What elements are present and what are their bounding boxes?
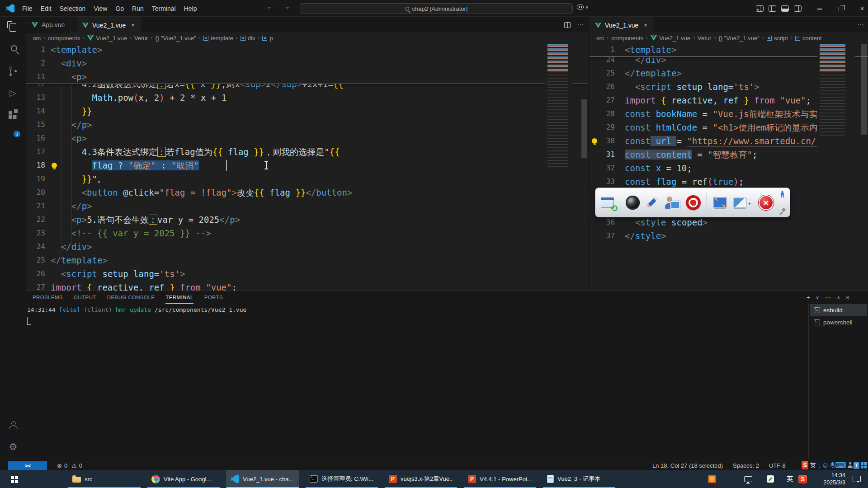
breadcrumb-item[interactable]: Vue2_1.vue [87,35,127,42]
code-line[interactable]: 26 <script setup lang='ts'> [26,267,588,281]
breadcrumb-item[interactable]: {} "Vue2_1.vue" [718,35,759,42]
taskbar-app-vscode-2[interactable]: Vue2_1.vue - cha... [226,470,299,488]
code-line[interactable]: 2 <div> [26,56,588,70]
close-icon[interactable]: × [644,22,647,28]
explorer-icon[interactable] [0,17,26,38]
restore-button[interactable] [834,5,848,12]
tray-capture-icon[interactable] [708,470,716,488]
voice-input-icon[interactable] [830,462,834,469]
terminal-item-powershell[interactable]: powershell [810,316,867,328]
code-line[interactable]: 15 </p> [26,118,588,131]
terminal-dropdown-icon[interactable]: ∨ [816,295,819,300]
breadcrumb-item[interactable]: {} "Vue2_1.vue" [155,35,196,42]
start-button[interactable] [0,470,28,488]
tray-display-icon[interactable] [744,470,752,488]
replay-window-icon[interactable] [601,197,614,208]
menu-help[interactable]: Help [180,3,201,14]
breadcrumb-item[interactable]: template [203,35,233,42]
problems-status[interactable]: ⊗0 ⚠0 [57,461,82,470]
scrollbar-thumb[interactable] [861,44,867,135]
taskbar-app-folder-0[interactable]: src [68,470,141,488]
breadcrumb-item[interactable]: p [262,35,273,42]
breadcrumb-item[interactable]: div [241,35,255,42]
close-button[interactable]: × [855,5,868,12]
back-icon[interactable]: ← [267,2,274,11]
minimap[interactable] [817,43,855,242]
minimap[interactable] [545,43,573,242]
tab-App.vue[interactable]: App.vue [26,17,71,33]
presenter-icon[interactable] [665,196,680,209]
close-icon[interactable]: × [131,22,135,28]
settings-gear-icon[interactable]: ⚙ [0,436,26,457]
menu-file[interactable]: File [18,3,37,14]
breadcrumb-item[interactable]: Vue2_1.vue [651,35,690,42]
code-line[interactable]: 18 flag ? "确定" : "取消" [26,159,588,172]
code-line[interactable]: 24 </div> [26,240,588,253]
code-line[interactable]: 25</template> [26,253,588,267]
more-actions-icon[interactable]: ⋯ [857,21,864,29]
code-line[interactable]: 20 <button @click="flag = !flag">改变{{ fl… [26,186,588,199]
terminal-item-esbuild[interactable]: esbuild [810,304,867,316]
scrollbar-thumb[interactable] [581,99,587,158]
close-panel-icon[interactable]: × [846,294,849,301]
more-actions-icon[interactable]: ⋯ [577,21,584,29]
copilot-button[interactable]: ∨ [577,5,589,9]
emoji-icon[interactable]: ☺ [821,462,829,469]
breadcrumb-item[interactable]: script [767,35,788,42]
cursor-position-status[interactable]: Ln 18, Col 27 (18 selected) [652,462,723,469]
virtual-keyboard-icon[interactable]: ⌨ [835,461,846,469]
customize-layout-icon[interactable] [756,5,764,12]
toggle-secondary-sidebar-icon[interactable] [794,5,802,12]
maximize-panel-icon[interactable]: ∧ [837,295,840,300]
panel-more-icon[interactable]: ⋯ [825,294,831,301]
minimize-button[interactable] [813,5,826,12]
breadcrumb-item[interactable]: src [33,35,41,42]
taskbar-app-ppt-5[interactable]: V4.4.1 - PowerPoi... [463,470,537,488]
run-debug-icon[interactable]: ▷ [0,82,26,103]
terminal-output[interactable]: 14:31:44 [vite] (client) hmr update /src… [27,306,246,313]
skin-icon[interactable] [854,462,859,469]
clock[interactable]: 14:34 2025/3/3 [813,470,845,488]
taskbar-app-chrome-1[interactable]: Vite App - Googl... [147,470,220,488]
panel-tab-ports[interactable]: PORTS [204,291,223,304]
new-terminal-icon[interactable]: + [807,294,810,301]
account-icon[interactable] [848,462,852,468]
breadcrumb-item[interactable]: Vetur [134,35,148,42]
notification-center-icon[interactable] [853,470,861,488]
menu-go[interactable]: Go [111,3,128,14]
lightbulb-icon[interactable] [592,138,597,144]
toggle-sidebar-icon[interactable] [769,5,776,12]
split-editor-icon[interactable] [564,22,571,28]
code-line[interactable]: 17 4.3条件表达式绑定：若flag值为{{ flag }}，则我的选择是"{… [26,145,588,159]
account-icon[interactable] [0,414,26,436]
forward-icon[interactable]: → [283,2,290,11]
tab-Vue2_1.vue[interactable]: Vue2_1.vue× [77,17,141,33]
ime-language-indicator[interactable]: 英 [810,461,816,469]
breadcrumb-item[interactable]: Vetur [698,35,711,42]
pencil-icon[interactable] [646,196,659,209]
fullscreen-capture-icon[interactable] [713,197,727,208]
vscode-logo-icon[interactable] [6,4,14,13]
toggle-panel-icon[interactable] [781,5,789,12]
record-icon[interactable] [686,195,701,210]
collapse-toolbar-icon[interactable] [780,190,785,197]
ime-punctuation-indicator[interactable]: ’, [817,463,820,468]
tab-Vue2_1.vue[interactable]: Vue2_1.vue× [590,17,653,33]
toolbox-icon[interactable] [861,462,866,468]
extensions-icon[interactable] [0,103,26,125]
panel-tab-debug-console[interactable]: DEBUG CONSOLE [107,291,155,304]
menu-terminal[interactable]: Terminal [148,3,180,14]
code-editor[interactable]: 12 4.2函数表达式绑定：若x={{ x }},则x<sup>2</sup>+… [26,43,588,291]
lens-icon[interactable] [626,196,640,210]
panel-tab-terminal[interactable]: TERMINAL [165,291,193,304]
breadcrumb-item[interactable]: src [596,35,604,42]
code-line[interactable]: 23 <!-- {{ var y = 2025 }} --> [26,226,588,240]
pin-toolbar-icon[interactable] [779,208,786,215]
indentation-status[interactable]: Spaces: 2 [733,462,759,469]
tray-sogou-icon[interactable] [798,470,807,488]
source-control-icon[interactable] [0,60,26,82]
code-line[interactable]: 13 Math.pow(x, 2) + 2 * x + 1 [26,91,588,104]
code-line[interactable]: 22 <p>5.语句不会生效：var y = 2025</p> [26,213,588,226]
code-line[interactable]: 1<template> [26,43,588,56]
code-line[interactable]: 16 <p> [26,131,588,145]
